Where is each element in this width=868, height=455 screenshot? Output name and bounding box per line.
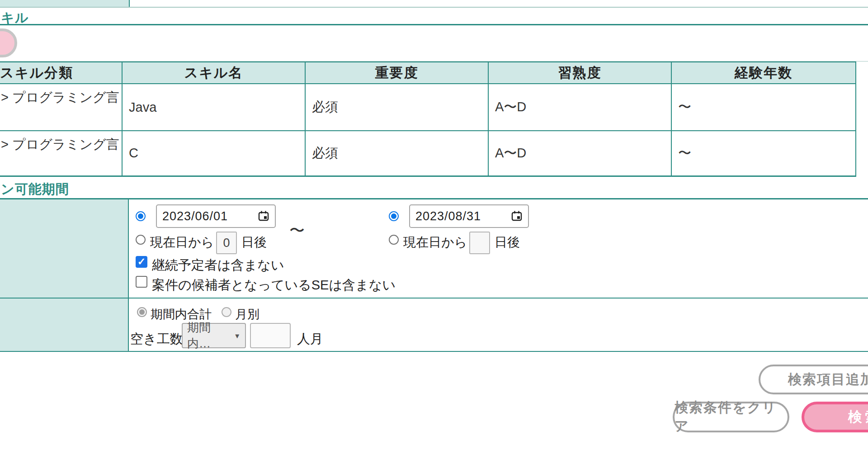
cell-importance: 必須	[305, 84, 488, 131]
exclude-candidates-checkbox[interactable]	[136, 276, 147, 288]
date-to-value: 2023/08/31	[415, 209, 481, 223]
cell-experience-years: 〜	[671, 131, 856, 176]
form-row-divider	[0, 298, 868, 299]
period-form-label-cell	[0, 199, 129, 352]
table-row: > プログラミング言 Java 必須 A〜D 〜	[0, 84, 856, 131]
days-after-to-label: 現在日から	[403, 234, 467, 251]
manmonth-unit-label: 人月	[297, 330, 323, 348]
cell-importance: 必須	[305, 131, 488, 176]
period-section-title: ン可能期間	[1, 180, 69, 199]
date-to-fixed-radio[interactable]	[389, 211, 399, 221]
range-tilde: 〜	[289, 220, 305, 241]
manmonth-period-select[interactable]: 期間内… ▼	[182, 323, 246, 348]
table-row: > プログラミング言 C 必須 A〜D 〜	[0, 131, 856, 176]
days-after-from-label: 現在日から	[150, 234, 214, 251]
add-search-item-button[interactable]: 検索項目追加	[759, 365, 868, 394]
days-after-from-suffix: 日後	[241, 234, 267, 251]
date-from-input[interactable]: 2023/06/01	[156, 204, 276, 228]
days-after-to-suffix: 日後	[495, 234, 520, 251]
date-from-value: 2023/06/01	[162, 209, 228, 223]
clear-search-conditions-button[interactable]: 検索条件をクリア	[673, 402, 789, 432]
search-button[interactable]: 検索	[802, 402, 868, 432]
exclude-continuing-checkbox[interactable]: ✓	[136, 256, 147, 268]
col-header-skill-name: スキル名	[122, 62, 305, 84]
calendar-icon[interactable]	[258, 210, 269, 222]
manmonth-period-select-value: 期間内…	[187, 320, 234, 351]
available-manmonth-label: 空き工数	[130, 330, 183, 348]
date-from-relative-radio[interactable]	[136, 235, 146, 245]
cell-proficiency: A〜D	[488, 84, 671, 131]
monthly-label: 月別	[235, 306, 259, 322]
manmonth-value-input[interactable]	[250, 323, 291, 348]
skill-table-header-row: スキル分類 スキル名 重要度 習熟度 経験年数	[0, 62, 856, 84]
cell-skill-category: > プログラミング言	[0, 84, 122, 131]
cell-skill-name: Java	[122, 84, 305, 131]
partial-pill-button[interactable]	[0, 28, 17, 57]
divider	[0, 7, 868, 8]
date-to-input[interactable]: 2023/08/31	[409, 204, 529, 228]
search-form-screen: キル スキル分類 スキル名 重要度 習熟度 経験年数 > プログラミング言 Ja…	[0, 0, 868, 455]
chevron-down-icon: ▼	[234, 332, 241, 340]
skill-table: スキル分類 スキル名 重要度 習熟度 経験年数 > プログラミング言 Java …	[0, 62, 856, 177]
exclude-continuing-label: 継続予定者は含まない	[152, 256, 284, 275]
col-header-experience-years: 経験年数	[671, 62, 856, 84]
period-section-underline	[0, 198, 868, 199]
monthly-radio[interactable]	[222, 307, 231, 317]
calendar-icon[interactable]	[511, 210, 523, 222]
previous-section-label-cell	[0, 0, 130, 7]
col-header-skill-category: スキル分類	[0, 62, 122, 84]
days-after-to-input[interactable]	[469, 232, 490, 254]
date-to-relative-radio[interactable]	[389, 235, 399, 245]
check-icon: ✓	[137, 256, 146, 268]
col-header-proficiency: 習熟度	[488, 62, 671, 84]
skill-section-underline	[0, 24, 868, 25]
cell-skill-name: C	[122, 131, 305, 176]
cell-experience-years: 〜	[671, 84, 856, 131]
col-header-importance: 重要度	[305, 62, 488, 84]
exclude-candidates-label: 案件の候補者となっているSEは含まない	[152, 276, 396, 294]
days-after-from-input[interactable]	[216, 232, 237, 254]
cell-skill-category: > プログラミング言	[0, 131, 122, 176]
form-bottom-border	[0, 351, 868, 352]
date-from-fixed-radio[interactable]	[136, 211, 146, 221]
total-in-period-radio[interactable]	[137, 307, 147, 317]
cell-proficiency: A〜D	[488, 131, 671, 176]
